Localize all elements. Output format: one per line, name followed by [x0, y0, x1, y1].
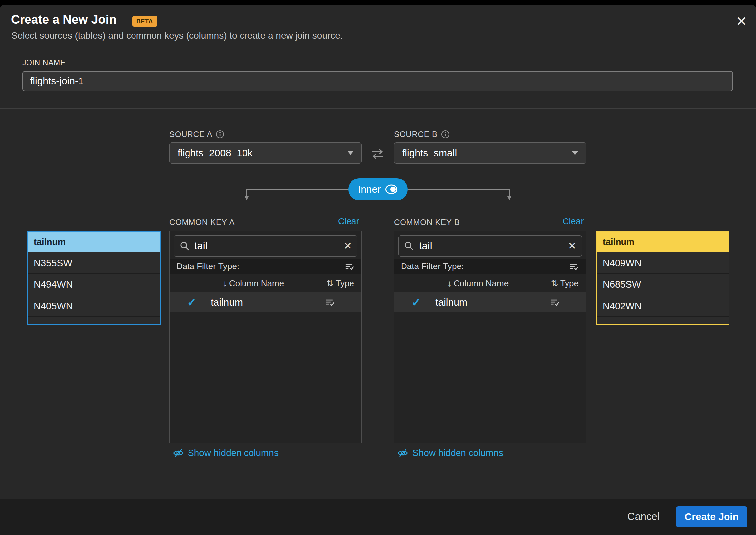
- source-b-label-text: SOURCE B: [394, 130, 438, 139]
- dialog-title: Create a New Join: [11, 13, 117, 26]
- source-a-label-text: SOURCE A: [169, 130, 212, 139]
- join-name-label: JOIN NAME: [22, 58, 66, 67]
- table-row: N405WN: [28, 295, 160, 316]
- sort-both-icon: ⇅: [326, 278, 334, 288]
- type-header-label: Type: [336, 278, 354, 288]
- source-b-dropdown[interactable]: flights_small: [394, 142, 586, 164]
- column-name-sort-header[interactable]: ↓Column Name: [447, 278, 509, 289]
- type-sort-header[interactable]: ⇅Type: [326, 278, 354, 289]
- key-a-search: ✕: [174, 235, 357, 257]
- source-b-value: flights_small: [402, 147, 457, 159]
- key-row-name: tailnum: [435, 297, 467, 308]
- preview-a-header: tailnum: [28, 232, 160, 252]
- clear-key-b-link[interactable]: Clear: [563, 217, 584, 227]
- data-filter-label: Data Filter Type:: [176, 261, 239, 271]
- key-a-data-filter-row: Data Filter Type:: [170, 259, 361, 274]
- filter-list-icon[interactable]: [569, 262, 579, 271]
- column-name-sort-header[interactable]: ↓Column Name: [223, 278, 284, 289]
- common-key-b-label: COMMON KEY B: [394, 218, 460, 227]
- table-row-partial: [597, 316, 729, 324]
- source-a-value: flights_2008_10k: [178, 147, 253, 159]
- dialog-footer: Cancel Create Join: [0, 499, 756, 535]
- common-key-a-label: COMMON KEY A: [169, 218, 235, 227]
- join-type-toggle-icon: [385, 184, 398, 195]
- source-b-label: SOURCE B: [394, 130, 450, 139]
- show-hidden-columns-a[interactable]: Show hidden columns: [173, 448, 279, 458]
- table-row: N355SW: [28, 252, 160, 273]
- divider: [0, 108, 756, 109]
- key-b-columns-header: ↓Column Name ⇅Type: [394, 274, 586, 292]
- key-b-search: ✕: [398, 235, 582, 257]
- key-a-row-tailnum[interactable]: ✓ tailnum: [170, 292, 361, 312]
- create-join-screen: Create a New Join BETA Select sources (t…: [0, 0, 756, 535]
- sort-both-icon: ⇅: [551, 278, 558, 288]
- sort-desc-icon: ↓: [447, 278, 452, 288]
- table-row-partial: [28, 316, 160, 324]
- chevron-down-icon: [348, 151, 353, 155]
- key-row-name: tailnum: [211, 297, 243, 308]
- source-a-label: SOURCE A: [169, 130, 224, 139]
- close-icon[interactable]: ✕: [736, 15, 747, 28]
- table-row: N685SW: [597, 273, 729, 295]
- source-a-dropdown[interactable]: flights_2008_10k: [169, 142, 362, 164]
- info-icon[interactable]: [216, 130, 224, 139]
- check-icon: ✓: [187, 295, 197, 309]
- filter-list-icon[interactable]: [550, 298, 560, 307]
- column-name-header-label: Column Name: [454, 278, 509, 288]
- show-hidden-label: Show hidden columns: [188, 448, 279, 458]
- key-b-search-input[interactable]: [419, 240, 564, 252]
- create-join-button[interactable]: Create Join: [676, 506, 747, 527]
- type-sort-header[interactable]: ⇅Type: [551, 278, 579, 289]
- preview-table-a: tailnum N355SW N494WN N405WN: [27, 231, 161, 325]
- search-icon: [404, 241, 414, 251]
- preview-b-header: tailnum: [597, 232, 729, 252]
- join-name-input[interactable]: [22, 71, 733, 91]
- beta-badge: BETA: [132, 16, 157, 27]
- swap-sources-icon[interactable]: [370, 148, 385, 162]
- key-b-row-tailnum[interactable]: ✓ tailnum: [394, 292, 586, 312]
- join-type-toggle[interactable]: Inner: [348, 178, 408, 200]
- common-key-b-panel: ✕ Data Filter Type: ↓Column Name ⇅Type ✓…: [394, 231, 586, 443]
- join-type-label: Inner: [358, 184, 381, 195]
- column-name-header-label: Column Name: [229, 278, 284, 288]
- eye-off-icon: [173, 448, 184, 458]
- show-hidden-columns-b[interactable]: Show hidden columns: [397, 448, 503, 458]
- search-icon: [179, 241, 190, 251]
- type-header-label: Type: [560, 278, 579, 288]
- common-key-a-panel: ✕ Data Filter Type: ↓Column Name ⇅Type ✓…: [169, 231, 362, 443]
- chevron-down-icon: [572, 151, 578, 155]
- data-filter-label: Data Filter Type:: [401, 261, 464, 271]
- clear-key-a-link[interactable]: Clear: [338, 217, 359, 227]
- key-a-columns-header: ↓Column Name ⇅Type: [170, 274, 361, 292]
- dialog-subtitle: Select sources (tables) and common keys …: [11, 30, 343, 41]
- table-row: N402WN: [597, 295, 729, 316]
- sort-desc-icon: ↓: [223, 278, 227, 288]
- show-hidden-label: Show hidden columns: [412, 448, 503, 458]
- cancel-button[interactable]: Cancel: [627, 511, 660, 523]
- key-a-search-input[interactable]: [194, 240, 339, 252]
- eye-off-icon: [397, 448, 408, 458]
- info-icon[interactable]: [441, 130, 450, 139]
- table-row: N409WN: [597, 252, 729, 273]
- key-b-data-filter-row: Data Filter Type:: [394, 259, 586, 274]
- check-icon: ✓: [411, 295, 421, 309]
- search-clear-icon[interactable]: ✕: [568, 241, 576, 251]
- filter-list-icon[interactable]: [325, 298, 335, 307]
- preview-table-b: tailnum N409WN N685SW N402WN: [596, 231, 729, 325]
- filter-list-icon[interactable]: [344, 262, 355, 271]
- search-clear-icon[interactable]: ✕: [344, 241, 352, 251]
- table-row: N494WN: [28, 273, 160, 295]
